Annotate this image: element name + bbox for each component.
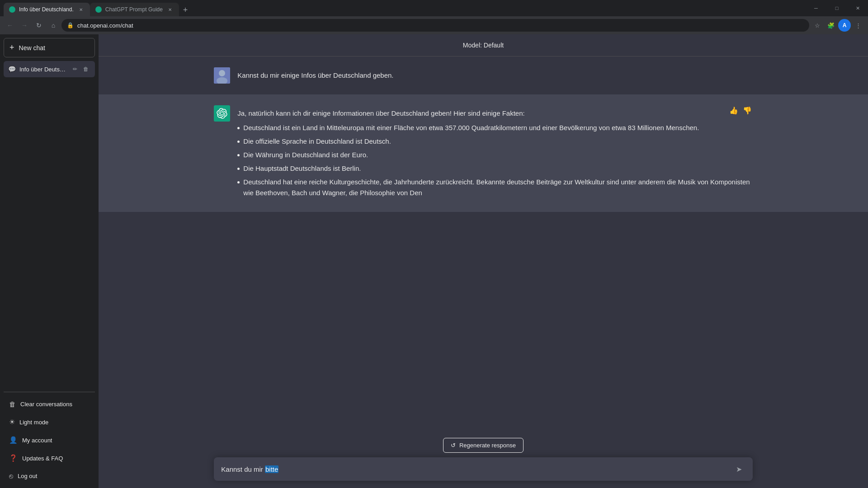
bookmarks-star-icon[interactable]: ☆ [811,19,824,32]
extensions-icon[interactable]: 🧩 [825,19,837,32]
menu-icon[interactable]: ⋮ [852,19,864,32]
tab-title-1: Info über Deutschland. [19,6,74,13]
bullet-dot [237,181,240,183]
input-area: ↺ Regenerate response Kannst du mir bitt… [99,431,868,488]
account-label: My account [22,437,52,444]
ai-intro-text: Ja, natürlich kann ich dir einige Inform… [237,108,752,119]
updates-label: Updates & FAQ [22,455,63,462]
list-item: Die Hauptstadt Deutschlands ist Berlin. [237,163,752,174]
tab-close-2[interactable]: ✕ [166,6,174,13]
bullet-dot [237,154,240,156]
list-item: Die Währung in Deutschland ist der Euro. [237,150,752,160]
logout-label: Log out [18,473,37,479]
browser-chrome: ─ □ ✕ Info über Deutschland. ✕ ChatGPT P… [0,0,868,34]
profile-button[interactable]: A [838,19,851,32]
selected-word: bitte [265,465,278,473]
home-button[interactable]: ⌂ [47,19,60,32]
avatar-image [214,67,230,84]
ssl-icon: 🔒 [67,22,74,28]
bullet-text-3: Die Währung in Deutschland ist der Euro. [243,150,368,160]
user-avatar [214,67,230,84]
tab-title-2: ChatGPT Prompt Guide [105,6,163,13]
new-chat-button[interactable]: + New chat [4,38,95,57]
refresh-button[interactable]: ↻ [33,19,45,32]
browser-controls: ← → ↻ ⌂ 🔒 chat.openai.com/chat ☆ 🧩 A ⋮ [0,16,868,34]
tab-favicon-2 [95,6,102,13]
chat-item-icon: 💬 [8,66,16,73]
forward-button[interactable]: → [18,19,31,32]
my-account-button[interactable]: 👤 My account [4,432,95,449]
url-text: chat.openai.com/chat [77,22,133,29]
tab-favicon-1 [9,6,15,13]
send-button[interactable]: ➤ [733,463,745,475]
bullet-text-1: Deutschland ist ein Land in Mitteleuropa… [243,122,699,133]
new-tab-button[interactable]: + [179,4,192,16]
model-label: Model: Default [463,42,504,49]
tab-close-1[interactable]: ✕ [77,6,85,13]
bullet-text-5: Deutschland hat eine reiche Kulturgeschi… [243,177,752,198]
chat-list: 💬 Info über Deutschland. ✏ 🗑 [4,61,95,392]
log-out-button[interactable]: ⎋ Log out [4,468,95,484]
sidebar-bottom: 🗑 Clear conversations ☀ Light mode 👤 My … [4,392,95,484]
account-icon: 👤 [9,436,18,444]
input-prefix-text: Kannst du mir [221,465,265,473]
updates-faq-button[interactable]: ❓ Updates & FAQ [4,450,95,467]
bullet-dot [237,141,240,143]
bullet-dot [237,168,240,170]
thumbs-up-button[interactable]: 👍 [728,105,739,116]
regenerate-label: Regenerate response [459,442,516,449]
list-item: Deutschland hat eine reiche Kulturgeschi… [237,177,752,198]
chat-item[interactable]: 💬 Info über Deutschland. ✏ 🗑 [4,61,95,77]
thumbs-down-button[interactable]: 👎 [742,105,753,116]
chat-area: Kannst du mir einige Infos über Deutschl… [99,56,868,431]
chat-item-label: Info über Deutschland. [19,66,67,73]
bullet-text-4: Die Hauptstadt Deutschlands ist Berlin. [243,163,361,174]
new-chat-label: New chat [19,44,45,52]
delete-chat-button[interactable]: 🗑 [81,65,90,74]
window-minimize-button[interactable]: ─ [806,0,826,16]
ai-avatar [214,105,230,122]
bullet-text-2: Die offizielle Sprache in Deutschland is… [243,136,391,147]
ai-bullet-list: Deutschland ist ein Land in Mitteleuropa… [237,122,752,198]
ai-message-content: 👍 👎 Ja, natürlich kann ich dir einige In… [237,105,752,201]
user-message-text: Kannst du mir einige Infos über Deutschl… [237,67,752,81]
regenerate-icon: ↺ [451,442,456,449]
chat-item-actions: ✏ 🗑 [71,65,90,74]
main-content: Model: Default Kannst du mir einige Info… [99,34,868,488]
ai-message: 👍 👎 Ja, natürlich kann ich dir einige In… [99,94,868,212]
window-maximize-button[interactable]: □ [826,0,847,16]
bullet-dot [237,127,240,129]
window-close-button[interactable]: ✕ [847,0,868,16]
tab-active[interactable]: Info über Deutschland. ✕ [4,3,90,16]
logout-icon: ⎋ [9,472,13,480]
list-item: Deutschland ist ein Land in Mitteleuropa… [237,122,752,133]
chat-input[interactable]: Kannst du mir bitte [221,465,728,473]
regenerate-button[interactable]: ↺ Regenerate response [443,438,524,453]
browser-actions: ☆ 🧩 A ⋮ [811,19,864,32]
clear-icon: 🗑 [9,400,16,408]
window-controls: ─ □ ✕ [806,0,868,16]
address-bar[interactable]: 🔒 chat.openai.com/chat [61,19,809,32]
app: + New chat 💬 Info über Deutschland. ✏ 🗑 … [0,34,868,488]
svg-point-1 [219,70,225,76]
clear-label: Clear conversations [20,401,72,408]
sidebar: + New chat 💬 Info über Deutschland. ✏ 🗑 … [0,34,99,488]
edit-chat-button[interactable]: ✏ [71,65,80,74]
help-icon: ❓ [9,454,18,462]
light-mode-label: Light mode [19,419,48,426]
tab-inactive[interactable]: ChatGPT Prompt Guide ✕ [90,3,179,16]
list-item: Die offizielle Sprache in Deutschland is… [237,136,752,147]
light-mode-button[interactable]: ☀ Light mode [4,413,95,431]
message-actions: 👍 👎 [728,105,753,116]
back-button[interactable]: ← [4,19,16,32]
user-message: Kannst du mir einige Infos über Deutschl… [99,56,868,94]
clear-conversations-button[interactable]: 🗑 Clear conversations [4,396,95,413]
chat-input-box: Kannst du mir bitte ➤ [214,457,752,481]
model-header: Model: Default [99,34,868,56]
sun-icon: ☀ [9,418,15,426]
new-chat-plus-icon: + [9,43,14,52]
